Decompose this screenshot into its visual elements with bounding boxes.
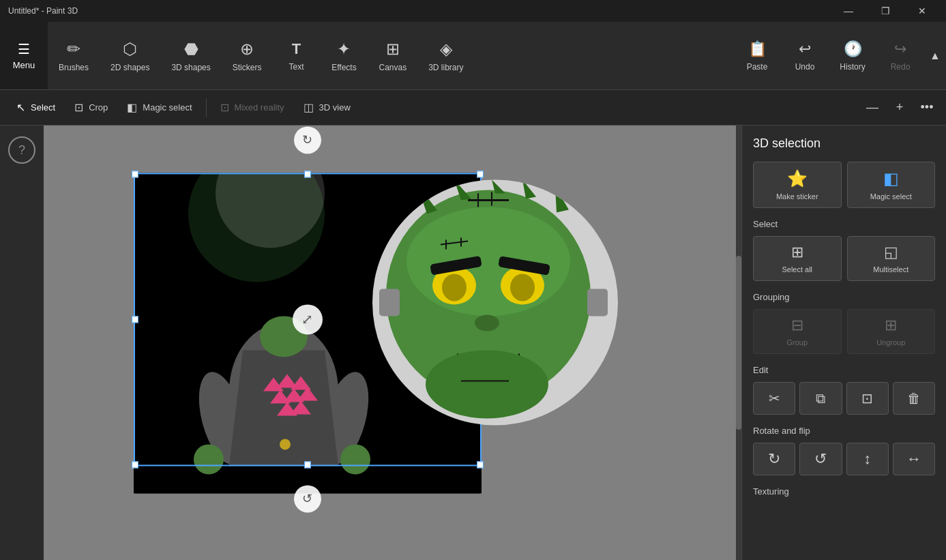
help-button[interactable]: ? — [8, 136, 35, 164]
select-actions: ⊞ Select all ◱ Multiselect — [753, 236, 935, 281]
select-all-button[interactable]: ⊞ Select all — [753, 236, 842, 281]
svg-rect-41 — [587, 289, 608, 316]
multiselect-icon: ◱ — [884, 244, 898, 261]
select-tool-button[interactable]: ↖ Select — [8, 97, 63, 118]
crop-tool-button[interactable]: ⊡ Crop — [66, 97, 116, 118]
rotate-cw-button[interactable]: ↻ — [753, 443, 795, 475]
flip-vertical-button[interactable]: ↕ — [846, 443, 889, 475]
toolbar-3dshapes[interactable]: ⬣ 3D shapes — [160, 22, 221, 89]
text-label: Text — [289, 62, 304, 72]
svg-point-47 — [426, 350, 548, 418]
maximize-button[interactable]: ❐ — [870, 0, 901, 22]
select-tool-label: Select — [31, 102, 55, 113]
scrollbar-thumb[interactable] — [736, 256, 741, 430]
window-controls: — ❐ ✕ — [833, 0, 938, 22]
svg-rect-40 — [379, 289, 400, 316]
select-tool-icon: ↖ — [16, 101, 25, 114]
brushes-icon: ✏ — [67, 40, 80, 59]
right-panel: 3D selection ⭐ Make sticker ◧ Magic sele… — [741, 126, 946, 560]
copy-button[interactable]: ⧉ — [799, 382, 842, 415]
svg-point-18 — [260, 316, 308, 357]
toolbar-2dshapes[interactable]: ⬡ 2D shapes — [100, 22, 160, 89]
effects-icon: ✦ — [337, 40, 351, 59]
toolbar-text[interactable]: T Text — [272, 22, 320, 89]
multiselect-button[interactable]: ◱ Multiselect — [847, 236, 936, 281]
3dlibrary-icon: ◈ — [440, 40, 452, 59]
rotate-section-title: Rotate and flip — [753, 426, 935, 436]
rotate-handle-top[interactable]: ↻ — [294, 126, 321, 153]
svg-point-17 — [280, 439, 291, 450]
flip-horizontal-button[interactable]: ↔ — [893, 443, 935, 475]
close-button[interactable]: ✕ — [906, 0, 938, 22]
canvas-area[interactable]: ↻ ⤢ ↺ — [44, 126, 741, 560]
magic-select-button[interactable]: ◧ Magic select — [119, 97, 200, 118]
multiselect-label: Multiselect — [873, 265, 908, 274]
crop-label: Crop — [89, 102, 108, 113]
secondbar-separator — [206, 98, 207, 117]
delete-button[interactable]: 🗑 — [893, 382, 935, 415]
3dview-button[interactable]: ◫ 3D view — [295, 97, 359, 118]
minimize-button[interactable]: — — [833, 0, 864, 22]
paste-label: Paste — [747, 62, 768, 72]
canvas-icon: ⊞ — [386, 40, 400, 59]
menu-label: Menu — [13, 60, 35, 70]
panel-title: 3D selection — [753, 136, 935, 151]
toolbar-stickers[interactable]: ⊕ Stickers — [222, 22, 273, 89]
rotate-ccw-button[interactable]: ↺ — [799, 443, 842, 475]
window-title: Untitled* - Paint 3D — [8, 6, 78, 16]
paste-icon: 📋 — [748, 40, 767, 58]
grouping-actions: ⊟ Group ⊞ Ungroup — [753, 309, 935, 354]
redo-label: Redo — [891, 62, 911, 72]
undo-label: Undo — [795, 62, 815, 72]
toolbar-collapse-button[interactable]: ▲ — [924, 22, 946, 89]
magic-select-panel-button[interactable]: ◧ Magic select — [847, 162, 936, 208]
main-layout: ? — [0, 126, 946, 560]
toolbar-brushes[interactable]: ✏ Brushes — [48, 22, 100, 89]
toolbar-paste[interactable]: 📋 Paste — [733, 22, 781, 89]
2dshapes-icon: ⬡ — [123, 40, 137, 59]
toolbar-3dlibrary[interactable]: ◈ 3D library — [417, 22, 474, 89]
make-sticker-label: Make sticker — [776, 192, 818, 201]
history-label: History — [840, 62, 865, 72]
select-section-title: Select — [753, 219, 935, 229]
toolbar-undo[interactable]: ↩ Undo — [781, 22, 829, 89]
ungroup-label: Ungroup — [876, 338, 905, 347]
toolbar-effects[interactable]: ✦ Effects — [320, 22, 368, 89]
delete-icon: 🗑 — [907, 391, 921, 407]
magic-select-panel-icon: ◧ — [883, 169, 899, 188]
3dview-label: 3D view — [319, 102, 351, 113]
3dshapes-label: 3D shapes — [171, 63, 210, 72]
svg-marker-46 — [555, 186, 569, 212]
make-sticker-button[interactable]: ⭐ Make sticker — [753, 162, 842, 208]
edit-actions: ✂ ⧉ ⊡ 🗑 — [753, 382, 935, 415]
3dshapes-icon: ⬣ — [184, 40, 198, 59]
toolbar-redo: ↪ Redo — [876, 22, 924, 89]
svg-point-26 — [442, 274, 467, 301]
ungroup-icon: ⊞ — [885, 316, 897, 334]
paste-panel-button[interactable]: ⊡ — [846, 382, 889, 415]
make-sticker-icon: ⭐ — [787, 169, 808, 188]
group-icon: ⊟ — [791, 316, 803, 334]
3dview-icon: ◫ — [304, 101, 314, 114]
left-sidebar: ? — [0, 126, 44, 560]
svg-point-6 — [194, 444, 224, 474]
menu-icon: ☰ — [18, 41, 30, 57]
crop-icon: ⊡ — [74, 101, 83, 114]
vertical-scrollbar[interactable] — [736, 126, 741, 560]
toolbar-history[interactable]: 🕐 History — [829, 22, 876, 89]
copy-icon: ⧉ — [816, 391, 825, 407]
zombie-head-background — [372, 179, 618, 425]
stickers-icon: ⊕ — [240, 40, 254, 59]
menu-button[interactable]: ☰ Menu — [0, 22, 48, 89]
cut-icon: ✂ — [769, 390, 780, 407]
toolbar-right: 📋 Paste ↩ Undo 🕐 History ↪ Redo ▲ — [733, 22, 946, 89]
toolbar-canvas[interactable]: ⊞ Canvas — [368, 22, 417, 89]
zoom-in-button[interactable]: + — [889, 97, 911, 119]
cut-button[interactable]: ✂ — [753, 382, 795, 415]
stickers-label: Stickers — [233, 63, 262, 72]
zoom-out-button[interactable]: — — [861, 97, 883, 119]
secondary-toolbar: ↖ Select ⊡ Crop ◧ Magic select ⊡ Mixed r… — [0, 90, 946, 126]
more-options-button[interactable]: ••• — [916, 97, 938, 119]
magic-select-panel-label: Magic select — [870, 192, 912, 201]
mixed-reality-label: Mixed reality — [235, 102, 284, 113]
